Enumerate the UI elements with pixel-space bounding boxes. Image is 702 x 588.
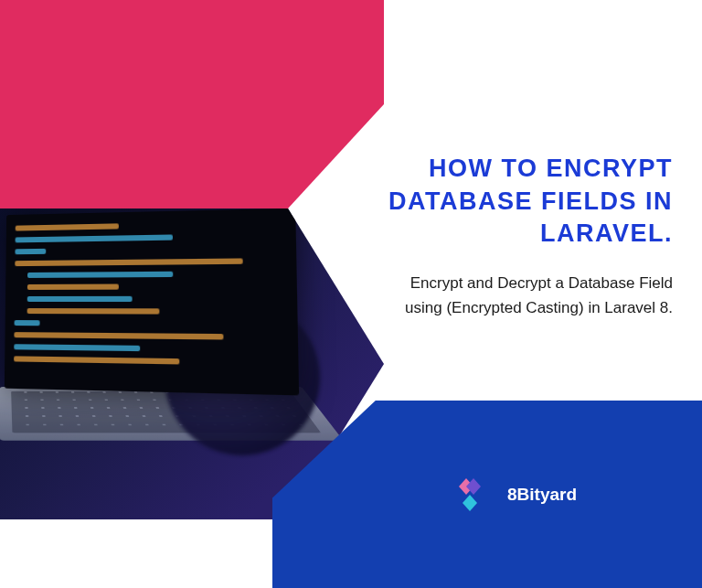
- code-line: [27, 308, 160, 315]
- brand: 8Bityard: [452, 478, 577, 511]
- code-line: [27, 284, 119, 290]
- laptop-screen: [5, 208, 299, 395]
- code-line: [15, 320, 40, 326]
- brand-logo-icon: [452, 478, 493, 511]
- page-title: HOW TO ENCRYPT DATABASE FIELDS IN LARAVE…: [371, 153, 673, 251]
- code-line: [27, 272, 173, 278]
- page-subtitle: Encrypt and Decrypt a Database Field usi…: [371, 271, 673, 320]
- code-line: [15, 258, 242, 266]
- code-line: [27, 296, 133, 302]
- brand-name: 8Bityard: [507, 485, 577, 505]
- code-line: [15, 249, 45, 254]
- code-line: [16, 234, 173, 242]
- headline-block: HOW TO ENCRYPT DATABASE FIELDS IN LARAVE…: [371, 153, 673, 320]
- code-line: [14, 332, 223, 339]
- promo-card: HOW TO ENCRYPT DATABASE FIELDS IN LARAVE…: [0, 0, 702, 588]
- code-line: [14, 356, 179, 364]
- code-line: [14, 344, 140, 351]
- code-line: [16, 223, 119, 230]
- shape-red-triangle: [0, 0, 384, 208]
